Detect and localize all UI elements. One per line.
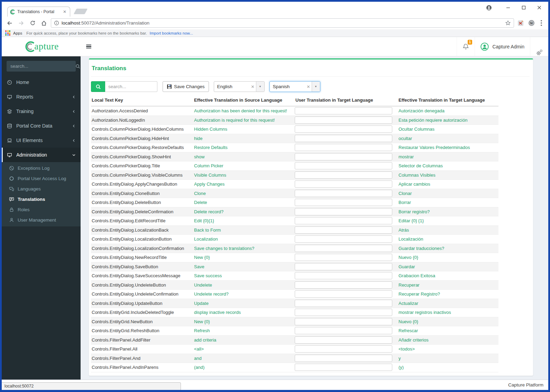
user-translation-input[interactable] xyxy=(295,199,392,206)
user-translation-cell xyxy=(295,116,398,124)
search-button[interactable] xyxy=(91,81,105,92)
user-translation-input[interactable] xyxy=(295,153,392,160)
bookmarks-bar: Apps For quick access, place your bookma… xyxy=(2,29,548,37)
key-cell: Controls.FilterPanel.AddFilter xyxy=(91,337,193,343)
browser-titlebar: Translations - Portal ✕ xyxy=(2,2,548,17)
user-translation-input[interactable] xyxy=(295,125,392,133)
table-row: Controls.FilterPanel.AddFilteradd criter… xyxy=(91,336,498,345)
target-language-select[interactable]: Spanish ✕ ▼ xyxy=(269,81,320,92)
user-translation-cell xyxy=(295,327,398,334)
back-icon[interactable] xyxy=(5,19,14,28)
user-translation-input[interactable] xyxy=(295,190,392,197)
user-translation-input[interactable] xyxy=(295,226,392,234)
user-translation-input[interactable] xyxy=(295,263,392,270)
source-translation-cell: Localization xyxy=(193,236,295,242)
url-host: localhost xyxy=(62,20,80,26)
user-translation-input[interactable] xyxy=(295,272,392,279)
user-translation-input[interactable] xyxy=(295,254,392,261)
extension-w-icon[interactable]: W xyxy=(527,19,535,27)
url-path: :50072/Administration/Translation xyxy=(80,20,149,26)
table-row: Controls.EntityGrid.NewButtonNew {0}Nuev… xyxy=(91,317,498,327)
target-translation-cell: Borrar xyxy=(398,200,498,205)
sidebar-item-training[interactable]: Training xyxy=(2,104,81,119)
sidebar-subitem-translations[interactable]: Translations xyxy=(2,194,81,204)
app-logo[interactable]: apture xyxy=(2,37,81,56)
sidebar-search-input[interactable] xyxy=(7,64,75,69)
key-cell: Controls.EntityDialog.EditRecordTitle xyxy=(91,218,193,223)
sidebar-item-home[interactable]: Home xyxy=(2,75,81,90)
user-translation-input[interactable] xyxy=(295,364,392,371)
user-translation-input[interactable] xyxy=(295,290,392,298)
user-translation-input[interactable] xyxy=(295,281,392,289)
notifications-button[interactable]: 1 xyxy=(457,37,475,56)
home-icon[interactable] xyxy=(39,19,48,28)
user-translation-input[interactable] xyxy=(295,355,392,362)
browser-window: Translations - Portal ✕ xyxy=(2,2,548,390)
browser-tab[interactable]: Translations - Portal ✕ xyxy=(7,7,70,17)
source-language-dropdown-icon[interactable]: ▼ xyxy=(256,82,264,92)
key-cell: Controls.EntityDialog.SaveButton xyxy=(91,264,193,269)
sidebar-subitem-user-management[interactable]: User Management xyxy=(2,215,81,225)
sidebar-subitem-portal-user-access-log[interactable]: Portal User Access Log xyxy=(2,173,81,184)
sidebar-item-ui-elements[interactable]: UI Elements xyxy=(2,133,81,148)
apps-grid-icon[interactable] xyxy=(5,30,10,36)
user-translation-input[interactable] xyxy=(295,171,392,179)
sidebar-search-icon[interactable] xyxy=(75,64,80,69)
extension-icon[interactable] xyxy=(516,19,525,27)
tab-close-icon[interactable]: ✕ xyxy=(62,9,67,14)
user-translation-input[interactable] xyxy=(295,162,392,169)
user-translation-input[interactable] xyxy=(295,300,392,307)
sidebar-item-portal-core-data[interactable]: Portal Core Data xyxy=(2,119,81,133)
close-button[interactable] xyxy=(531,2,547,13)
user-translation-input[interactable] xyxy=(295,309,392,316)
user-translation-input[interactable] xyxy=(295,208,392,215)
key-cell: Controls.EntityDialog.UndeleteConfirmati… xyxy=(91,291,193,297)
source-language-select[interactable]: English ✕ ▼ xyxy=(214,81,265,92)
user-translation-input[interactable] xyxy=(295,318,392,325)
import-bookmarks-link[interactable]: Import bookmarks now... xyxy=(150,31,193,35)
minimize-button[interactable] xyxy=(500,2,516,13)
reload-icon[interactable] xyxy=(28,19,37,28)
sidebar-subitem-languages[interactable]: Languages xyxy=(2,184,81,194)
new-tab-button[interactable] xyxy=(74,9,88,14)
sidebar-item-reports[interactable]: Reports xyxy=(2,90,81,104)
sidebar-subitem-roles[interactable]: Roles xyxy=(2,204,81,215)
user-translation-input[interactable] xyxy=(295,144,392,151)
bookmark-star-icon[interactable] xyxy=(505,20,511,26)
sidebar-subitem-label: Portal User Access Log xyxy=(18,176,66,181)
apps-label[interactable]: Apps xyxy=(13,31,22,35)
target-translation-cell: Ocultar Columnas xyxy=(398,127,498,132)
user-translation-input[interactable] xyxy=(295,336,392,344)
target-language-dropdown-icon[interactable]: ▼ xyxy=(312,82,320,92)
source-language-clear-icon[interactable]: ✕ xyxy=(250,82,256,92)
user-translation-input[interactable] xyxy=(295,116,392,124)
sidebar-toggle-icon[interactable] xyxy=(81,37,97,56)
browser-menu-icon[interactable] xyxy=(538,19,545,27)
user-translation-input[interactable] xyxy=(295,107,392,114)
user-translation-input[interactable] xyxy=(295,217,392,224)
user-translation-input[interactable] xyxy=(295,235,392,243)
target-language-clear-icon[interactable]: ✕ xyxy=(305,82,312,92)
user-translation-input[interactable] xyxy=(295,327,392,334)
key-cell: Controls.ColumnPickerDialog.RestoreDefau… xyxy=(91,145,193,150)
table-row: Controls.EntityDialog.LocalizationBackBa… xyxy=(91,226,498,235)
sidebar-item-administration[interactable]: Administration xyxy=(2,148,81,162)
settings-button[interactable] xyxy=(530,37,548,56)
forward-icon[interactable] xyxy=(17,19,26,28)
user-translation-input[interactable] xyxy=(295,180,392,188)
sidebar-subitem-exceptions-log[interactable]: Exceptions Log xyxy=(2,163,81,173)
maximize-button[interactable] xyxy=(516,2,531,13)
save-changes-button[interactable]: Save Changes xyxy=(163,81,209,92)
user-translation-cell xyxy=(295,208,398,215)
url-bar[interactable]: localhost:50072/Administration/Translati… xyxy=(51,18,514,28)
source-translation-cell: Delete xyxy=(193,200,295,205)
page-info-icon[interactable] xyxy=(54,20,59,26)
user-translation-input[interactable] xyxy=(295,245,392,252)
browser-profile-icon[interactable] xyxy=(481,2,497,13)
user-menu[interactable]: Capture Admin xyxy=(475,37,530,56)
table-row: Controls.ColumnPickerDialog.ShowHintshow… xyxy=(91,152,498,162)
table-search-input[interactable] xyxy=(105,81,157,92)
user-translation-input[interactable] xyxy=(295,135,392,142)
user-translation-input[interactable] xyxy=(295,345,392,353)
user-translation-cell xyxy=(295,107,398,114)
